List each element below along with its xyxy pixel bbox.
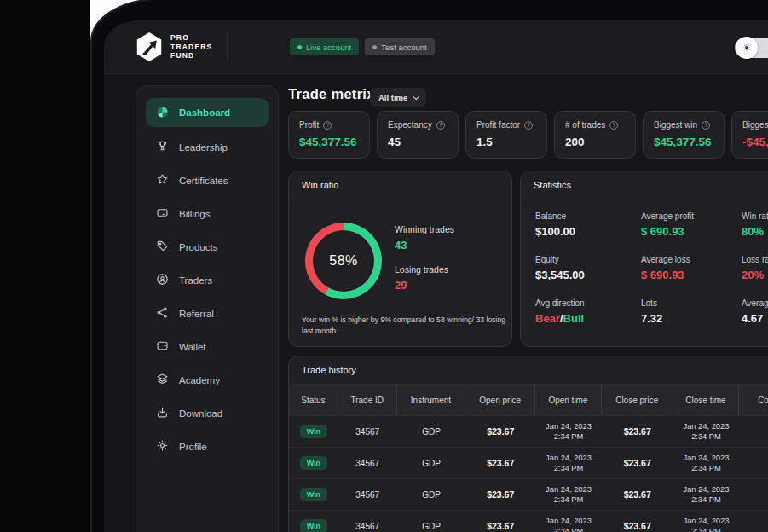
stat-value: 45: [388, 136, 448, 148]
table-row[interactable]: Win 34567 GDP $23.67 Jan 24, 2023 2:34 P…: [289, 415, 768, 447]
table-row[interactable]: Win 34567 GDP $23.67 Jan 24, 2023 2:34 P…: [289, 478, 768, 510]
commission-cell: $23.67: [739, 458, 768, 468]
sidebar-item[interactable]: Download: [146, 396, 269, 430]
device-frame: PRO TRADERS FUND Live account Test accou…: [90, 0, 768, 532]
time-filter-dropdown[interactable]: All time: [370, 88, 426, 107]
sidebar-item-label: Profile: [179, 442, 207, 452]
win-ratio-note: Your win % is higher by 9% compared to 5…: [302, 315, 509, 337]
help-icon[interactable]: [609, 121, 618, 130]
stat-label: Profit factor: [476, 120, 536, 130]
open-price-cell: $23.67: [465, 426, 535, 437]
stat-card: Biggest loss -$45,377.56: [731, 111, 768, 159]
table-header-cell: Instrument: [397, 385, 466, 415]
trade-history-card: Trade history Status Trade ID Instrument…: [288, 356, 768, 532]
instrument-cell: GDP: [397, 427, 466, 437]
table-header-cell: Close price: [602, 385, 673, 415]
layers-icon: [156, 373, 169, 387]
table-row[interactable]: Win 34567 GDP $23.67 Jan 24, 2023 2:34 P…: [289, 447, 768, 478]
close-time-cell: Jan 24, 2023 2:34 PM: [673, 516, 740, 532]
live-account-badge[interactable]: Live account: [290, 38, 359, 55]
close-price-cell: $23.67: [602, 489, 673, 500]
status-cell: Win: [289, 488, 338, 501]
stat-card: Profit factor 1.5: [465, 111, 547, 159]
tag-icon: [156, 240, 169, 254]
open-time-cell: Jan 24, 2023 2:34 PM: [535, 516, 602, 532]
sidebar-item[interactable]: Leadership: [146, 130, 269, 164]
table-header-cell: Commission: [739, 385, 768, 415]
sidebar: Dashboard Leadership Certificates Billin…: [136, 85, 279, 532]
open-time-cell: Jan 24, 2023 2:34 PM: [535, 484, 602, 506]
sidebar-item[interactable]: Products: [146, 230, 269, 263]
table-row[interactable]: Win 34567 GDP $23.67 Jan 24, 2023 2:34 P…: [289, 510, 768, 532]
trade-id-cell: 34567: [338, 427, 397, 437]
sidebar-item[interactable]: Referral: [146, 297, 269, 330]
table-header-row: Status Trade ID Instrument Open price Op…: [289, 385, 768, 415]
trophy-icon: [156, 140, 169, 154]
time-filter-label: All time: [378, 93, 407, 102]
commission-cell: $23.67: [739, 489, 768, 500]
win-ratio-legend: Winning trades 43 Losing trades 29: [395, 224, 454, 304]
stat-value: -$45,377.56: [742, 136, 768, 148]
help-icon[interactable]: [702, 121, 710, 130]
win-ratio-title: Win ratio: [289, 171, 511, 200]
star-icon: [156, 173, 169, 188]
sidebar-item[interactable]: Traders: [146, 263, 269, 297]
sidebar-item-label: Certificates: [179, 176, 228, 186]
stat-value: $45,377.56: [654, 136, 713, 148]
logo-wordmark: PRO TRADERS FUND: [170, 33, 213, 61]
open-price-cell: $23.67: [465, 489, 535, 500]
stat-value: 200: [565, 136, 625, 148]
sidebar-item[interactable]: Academy: [146, 363, 269, 396]
help-icon[interactable]: [323, 121, 332, 130]
app-screen: PRO TRADERS FUND Live account Test accou…: [104, 20, 768, 532]
stat-label: Biggest loss: [742, 120, 768, 130]
test-account-badge[interactable]: Test account: [365, 38, 434, 55]
sidebar-item-label: Products: [179, 242, 217, 252]
sidebar-item-label: Referral: [179, 309, 214, 319]
win-rate-stat: Win rate 80%: [742, 211, 768, 238]
statistics-card: Statistics Balance $100.00 Average profi…: [520, 171, 768, 347]
open-price-cell: $23.67: [465, 458, 535, 468]
card-icon: [156, 206, 169, 221]
equity-stat: Equity $3,545.00: [535, 255, 641, 281]
wallet-icon: [156, 339, 169, 354]
losing-trades-label: Losing trades: [395, 264, 454, 275]
sidebar-item[interactable]: Profile: [146, 430, 269, 463]
sidebar-item[interactable]: Certificates: [146, 164, 269, 197]
close-price-cell: $23.67: [602, 426, 673, 437]
trade-history-title: Trade history: [289, 356, 768, 385]
stat-value: 1.5: [476, 136, 536, 148]
share-icon: [156, 306, 169, 321]
sidebar-item[interactable]: Dashboard: [146, 98, 269, 127]
table-header-cell: Trade ID: [338, 385, 397, 415]
sidebar-item[interactable]: Billings: [146, 197, 269, 230]
table-header-cell: Open time: [535, 385, 602, 415]
theme-toggle[interactable]: ☀: [735, 38, 768, 58]
average-rrr-stat: Average RRR 4.67: [742, 298, 768, 325]
mockup-background: [0, 0, 90, 532]
sidebar-item[interactable]: Wallet: [146, 330, 269, 363]
losing-trades-value: 29: [395, 279, 454, 292]
sidebar-item-label: Dashboard: [179, 107, 230, 118]
close-time-cell: Jan 24, 2023 2:34 PM: [673, 453, 740, 474]
download-icon: [156, 406, 169, 420]
sidebar-item-label: Wallet: [179, 342, 206, 352]
avg-direction-stat: Avg direction Bear/Bull: [535, 298, 641, 325]
sidebar-item-label: Leadership: [179, 142, 228, 153]
statistics-grid: Balance $100.00 Average profit $ 690.93 …: [535, 211, 768, 325]
status-cell: Win: [289, 456, 338, 470]
open-price-cell: $23.67: [465, 521, 535, 531]
status-cell: Win: [289, 425, 338, 438]
stat-label: # of trades: [565, 120, 625, 130]
stat-card: Biggest win $45,377.56: [643, 111, 725, 159]
test-account-label: Test account: [381, 43, 426, 52]
average-loss-stat: Average loss $ 690.93: [641, 255, 742, 281]
stat-label: Profit: [299, 120, 359, 130]
help-icon[interactable]: [436, 121, 445, 130]
close-price-cell: $23.67: [602, 521, 673, 531]
table-header-cell: Close time: [673, 385, 740, 415]
stat-label: Expectancy: [388, 120, 448, 130]
status-badge: Win: [300, 488, 327, 501]
status-badge: Win: [300, 456, 327, 470]
help-icon[interactable]: [524, 121, 533, 130]
